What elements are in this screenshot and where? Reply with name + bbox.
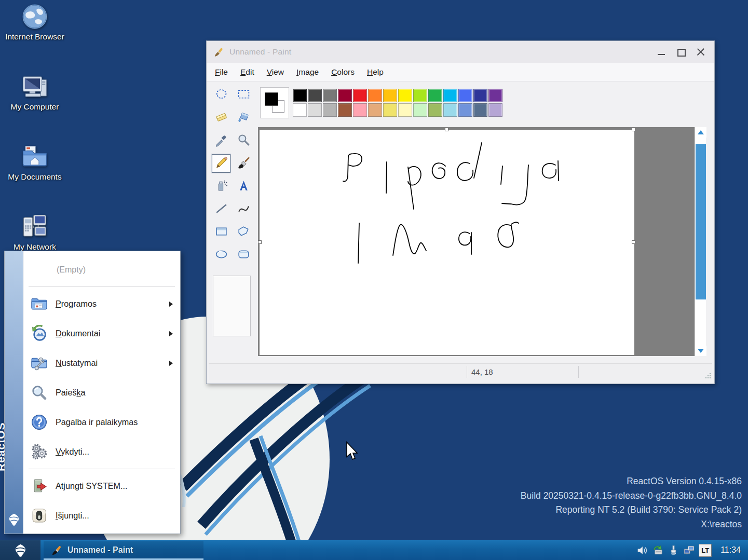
system-tray: LT 11:34 [636, 540, 748, 560]
desktop: { "desktop": { "icons": [ { "label": "In… [0, 0, 748, 560]
palette-swatch-7093db[interactable] [458, 103, 472, 117]
palette-swatch-f0e36b[interactable] [383, 103, 397, 117]
taskbar-clock[interactable]: 11:34 [720, 545, 741, 555]
canvas-resize-handle-top[interactable] [445, 128, 448, 131]
palette-swatch-000000[interactable] [293, 89, 307, 102]
version-line: Build 20250321-0.4.15-release-0-g22fb3bb… [521, 489, 742, 503]
palette-swatch-9dbb61[interactable] [428, 103, 442, 117]
palette-swatch-990030[interactable] [338, 89, 352, 102]
vertical-scrollbar[interactable] [695, 127, 706, 356]
desktop-icon-my-computer[interactable]: My Computer [2, 73, 67, 143]
palette-swatch-00b7ef[interactable] [443, 89, 457, 102]
resize-grip[interactable] [705, 373, 711, 379]
palette-swatch-dcdcdc[interactable] [308, 103, 322, 117]
palette-swatch-4a6cf3[interactable] [458, 89, 472, 102]
paint-canvas[interactable] [260, 130, 634, 355]
start-menu-item-pagalba-ir-palaikymas[interactable]: Pagalba ir palaikymas [23, 407, 180, 437]
start-button[interactable] [0, 540, 40, 560]
palette-swatch-fff9bd[interactable] [398, 103, 412, 117]
mouse-cursor [345, 441, 358, 462]
palette-swatch-6f3198[interactable] [488, 89, 502, 102]
palette-swatch-fff200[interactable] [398, 89, 412, 102]
maximize-button[interactable] [677, 48, 685, 56]
paint-titlebar[interactable]: Unnamed - Paint [207, 41, 714, 63]
menu-edit[interactable]: Edit [234, 63, 261, 81]
canvas-resize-handle-top-right[interactable] [632, 128, 635, 131]
palette-swatch-b4b4b4[interactable] [323, 103, 337, 117]
palette-swatch-566e8e[interactable] [473, 103, 487, 117]
tool-options-box[interactable] [213, 276, 251, 336]
palette-swatch-ffffff[interactable] [293, 103, 307, 117]
start-menu-item-vykdyti[interactable]: Vykdyti... [23, 437, 180, 467]
tool-curve[interactable] [234, 200, 253, 218]
start-menu-item-programos[interactable]: Programos [23, 289, 180, 319]
palette-swatch-ff7f27[interactable] [368, 89, 382, 102]
palette-swatch-b5a5d5[interactable] [488, 103, 502, 117]
network-icon[interactable] [683, 544, 695, 556]
palette-swatch-464646[interactable] [308, 89, 322, 102]
scroll-down-button[interactable] [695, 346, 706, 356]
selected-colors-box[interactable] [260, 87, 289, 118]
window-controls [657, 48, 705, 56]
menu-image[interactable]: Image [290, 63, 325, 81]
taskbar-task-unnamed-paint[interactable]: Unnamed - Paint [44, 541, 203, 560]
volume-icon[interactable] [636, 544, 648, 556]
canvas-resize-handle-left[interactable] [258, 240, 262, 244]
menu-file[interactable]: File [209, 63, 234, 81]
palette-swatch-22b14c[interactable] [428, 89, 442, 102]
menu-colors[interactable]: Colors [325, 63, 361, 81]
keyboard-layout-indicator[interactable]: LT [699, 544, 712, 557]
desktop-icon-my-documents[interactable]: My Documents [2, 143, 67, 213]
brush-icon [237, 156, 251, 172]
palette-swatch-787878[interactable] [323, 89, 337, 102]
close-button[interactable] [697, 48, 705, 56]
shutdown-icon [31, 507, 48, 524]
minimize-button[interactable] [657, 48, 665, 56]
menu-help[interactable]: Help [361, 63, 390, 81]
palette-swatch-ec1c24[interactable] [353, 89, 367, 102]
tool-fill-with-color[interactable] [234, 108, 253, 127]
start-menu-item-dokumentai[interactable]: Dokumentai [23, 319, 180, 348]
palette-swatch-2f3699[interactable] [473, 89, 487, 102]
tool-rounded-rectangle[interactable] [234, 245, 253, 264]
tool-magnifier[interactable] [234, 131, 253, 150]
tool-line[interactable] [212, 200, 230, 218]
paint-statusbar: 44, 18 [209, 363, 712, 380]
palette-swatch-e5aa7a[interactable] [368, 103, 382, 117]
tool-color-picker[interactable] [212, 131, 230, 150]
palette-swatch-9c593c[interactable] [338, 103, 352, 117]
tool-pencil[interactable] [212, 154, 230, 173]
tool-ellipse[interactable] [212, 245, 230, 264]
tool-rectangle-select[interactable] [234, 86, 253, 104]
desktop-icon-label: My Computer [10, 102, 59, 112]
start-menu-item-paie-ka[interactable]: Paieška [23, 378, 180, 407]
palette-swatch-a8e61d[interactable] [413, 89, 427, 102]
desktop-icon-internet-browser[interactable]: Internet Browser [2, 3, 67, 73]
scrollbar-thumb[interactable] [696, 144, 706, 299]
tool-airbrush[interactable] [212, 177, 230, 196]
tool-brush[interactable] [234, 154, 253, 173]
start-menu-item-i-jungti[interactable]: Išjungti... [23, 501, 180, 530]
palette-swatch-ffa3b1[interactable] [353, 103, 367, 117]
start-menu-item-label: Vykdyti... [56, 447, 89, 457]
palette-swatch-c9f5c4[interactable] [413, 103, 427, 117]
brush-tray-icon[interactable] [668, 544, 679, 556]
version-line: Reporting NT 5.2 (Build 3790: Service Pa… [521, 503, 742, 517]
my-documents-icon [21, 143, 49, 171]
tool-text[interactable] [234, 177, 253, 196]
cursor-coordinates: 44, 18 [471, 364, 493, 380]
tool-rectangle[interactable] [212, 223, 230, 241]
hardware-icon[interactable] [652, 544, 664, 556]
menu-view[interactable]: View [261, 63, 290, 81]
tool-eraser[interactable] [212, 108, 230, 127]
start-menu-item-atjungti-system[interactable]: Atjungti SYSTEM... [23, 471, 180, 501]
scroll-up-button[interactable] [695, 127, 706, 138]
palette-swatch-ffc20e[interactable] [383, 89, 397, 102]
submenu-arrow-icon [169, 302, 173, 307]
palette-swatch-99d9ea[interactable] [443, 103, 457, 117]
tool-free-form-select[interactable] [212, 86, 230, 104]
tool-polygon[interactable] [234, 223, 253, 241]
start-menu-item-nustatymai[interactable]: Nustatymai [23, 348, 180, 378]
taskbar: Unnamed - Paint LT 11:34 [0, 540, 748, 560]
canvas-resize-handle-right[interactable] [632, 240, 635, 244]
